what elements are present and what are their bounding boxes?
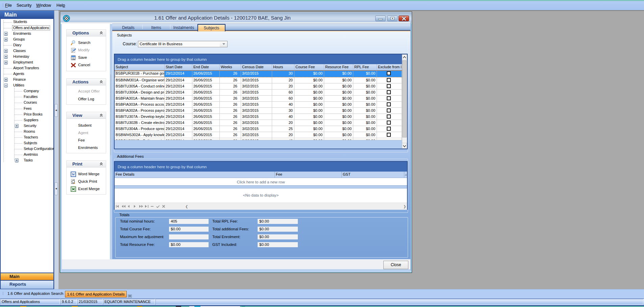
svg-text:W: W [72,172,75,176]
